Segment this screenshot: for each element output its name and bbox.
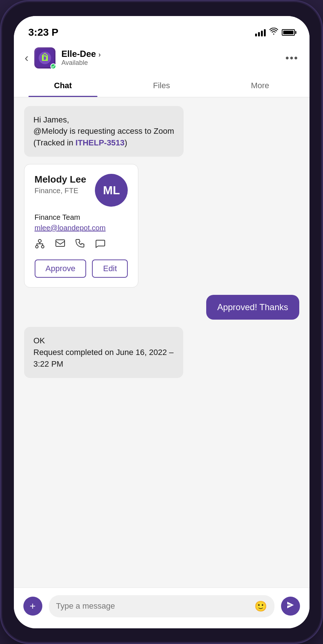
contact-card: Melody Lee Finance, FTE ML Finance Team … [24,164,139,288]
tab-more[interactable]: More [211,74,309,97]
card-person-name: Melody Lee [35,174,86,185]
chat-area: Hi James,@Melody is requesting access to… [14,97,309,588]
contact-status: Available [61,59,280,67]
more-options-button[interactable]: ••• [285,52,298,64]
tab-files[interactable]: Files [112,74,211,97]
card-team: Finance Team [35,213,128,222]
header: ‹ D Elle-Dee [14,42,309,74]
phone-icon[interactable] [76,239,85,251]
message-input[interactable] [56,601,250,611]
card-info: Melody Lee Finance, FTE [35,174,86,195]
message-input-wrap: 🙂 [49,595,274,617]
emoji-button[interactable]: 🙂 [254,600,267,612]
message-sent-text: Approved! Thanks [217,302,288,312]
phone-screen: 3:23 P [14,16,309,628]
card-avatar: ML [95,174,128,207]
battery-icon [282,29,295,36]
signal-icon [255,28,266,36]
add-attachment-button[interactable]: + [23,597,42,616]
send-button[interactable] [281,597,300,616]
org-chart-icon[interactable] [35,239,45,251]
chat-icon[interactable] [95,239,105,251]
status-icons [255,28,295,37]
online-badge [50,63,56,69]
card-actions: Approve Edit [35,259,128,278]
card-header: Melody Lee Finance, FTE ML [35,174,128,207]
contact-name[interactable]: Elle-Dee › [61,49,280,59]
wifi-icon [269,28,278,37]
message-1: Hi James,@Melody is requesting access to… [24,106,184,157]
email-icon[interactable] [55,239,65,251]
card-email[interactable]: mlee@loandepot.com [35,224,128,232]
message-4-text: OKRequest completed on June 16, 2022 –3:… [34,336,174,368]
input-area: + 🙂 [14,588,309,628]
edit-button[interactable]: Edit [92,259,128,278]
phone-frame: 3:23 P [0,0,323,644]
message-1-text: Hi James,@Melody is requesting access to… [34,115,174,148]
svg-point-2 [38,239,41,242]
card-person-subtitle: Finance, FTE [35,187,86,195]
status-bar: 3:23 P [14,16,309,42]
send-icon [287,601,295,611]
chevron-right-icon: › [99,50,101,58]
contact-avatar: D [34,47,55,69]
svg-point-4 [41,246,44,248]
message-sent: Approved! Thanks [206,295,299,320]
ithelp-link[interactable]: ITHELP-3513 [76,138,125,147]
back-button[interactable]: ‹ [25,51,29,65]
card-action-icons [35,239,128,251]
svg-point-3 [35,246,38,248]
header-info: Elle-Dee › Available [61,49,280,67]
svg-rect-5 [56,240,65,246]
tab-bar: Chat Files More [14,74,309,97]
message-4: OKRequest completed on June 16, 2022 –3:… [24,327,183,378]
status-time: 3:23 P [28,27,59,38]
plus-icon: + [30,601,35,611]
tab-chat[interactable]: Chat [14,74,112,97]
approve-button[interactable]: Approve [35,259,86,278]
